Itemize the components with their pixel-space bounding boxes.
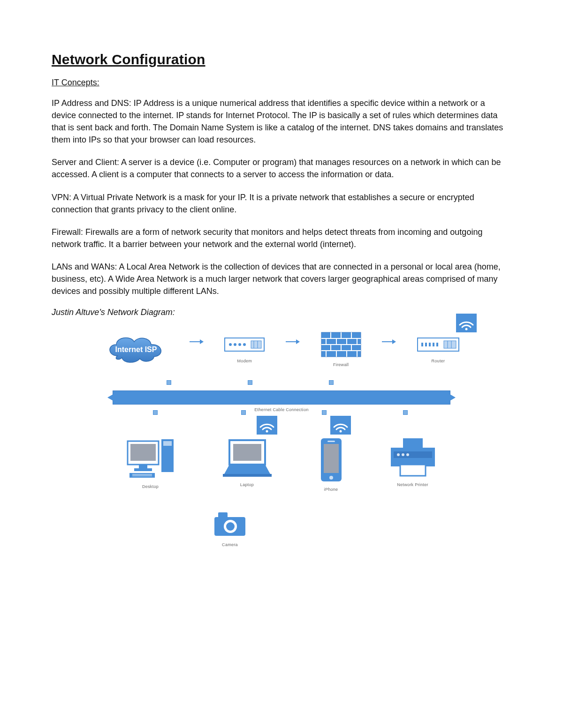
firewall-node: Firewall: [320, 331, 362, 367]
ethernet-bar: Ethernet Cable Connection: [113, 390, 450, 405]
desktop-node: Desktop: [125, 437, 176, 492]
phone-icon: [318, 437, 344, 482]
connector-arrow: [190, 339, 204, 344]
svg-rect-47: [233, 444, 261, 461]
page-title: Network Configuration: [52, 52, 511, 68]
svg-point-60: [406, 453, 409, 456]
laptop-icon: [219, 437, 275, 478]
svg-rect-52: [324, 444, 339, 473]
printer-node: Network Printer: [387, 437, 439, 492]
printer-icon: [387, 437, 439, 478]
svg-marker-48: [224, 465, 271, 475]
svg-rect-29: [425, 343, 427, 346]
svg-point-59: [402, 453, 404, 456]
router-label: Router: [432, 359, 445, 363]
svg-rect-41: [163, 441, 172, 446]
firewall-label: Firewall: [333, 362, 349, 367]
camera-label: Camera: [222, 542, 238, 547]
svg-point-53: [329, 476, 333, 480]
router-icon: [417, 335, 460, 354]
svg-rect-37: [130, 444, 156, 461]
cloud-label: Internet ISP: [115, 345, 157, 353]
svg-point-26: [465, 328, 467, 330]
modem-label: Modem: [237, 359, 252, 363]
section-subhead: IT Concepts:: [52, 78, 511, 88]
svg-rect-31: [433, 343, 434, 346]
camera-node: Camera: [212, 510, 248, 547]
paragraph-vpn: VPN: A Virtual Private Network is a mask…: [52, 191, 511, 216]
connector-arrow: [382, 339, 396, 344]
svg-point-3: [238, 343, 241, 346]
camera-icon: [212, 510, 248, 538]
svg-rect-39: [134, 468, 152, 471]
svg-rect-42: [129, 473, 155, 478]
svg-rect-5: [251, 341, 261, 348]
paragraph-lan-wan: LANs and WANs: A Local Area Network is t…: [52, 261, 511, 297]
desktop-icon: [125, 437, 176, 480]
wifi-icon: [456, 314, 477, 332]
svg-point-2: [234, 343, 236, 346]
svg-rect-38: [139, 465, 147, 468]
cloud-icon: Internet ISP: [103, 333, 169, 365]
svg-rect-63: [218, 512, 228, 518]
modem-icon: [224, 335, 265, 354]
svg-rect-55: [403, 438, 423, 448]
paragraph-ip-dns: IP Address and DNS: IP Address is a uniq…: [52, 97, 511, 146]
svg-point-45: [266, 430, 268, 433]
svg-point-65: [226, 522, 235, 531]
connector-arrow: [286, 339, 300, 344]
svg-rect-32: [436, 343, 438, 346]
iphone-node: iPhone: [318, 437, 344, 492]
printer-label: Network Printer: [397, 482, 428, 487]
svg-rect-28: [421, 343, 423, 346]
svg-point-50: [339, 430, 342, 433]
svg-point-58: [397, 453, 400, 456]
svg-rect-54: [327, 441, 335, 442]
modem-node: Modem: [224, 335, 265, 363]
laptop-label: Laptop: [240, 482, 254, 487]
svg-rect-30: [429, 343, 431, 346]
wifi-icon: [330, 416, 351, 435]
diagram-caption: Justin Altuve's Network Diagram:: [52, 308, 511, 317]
laptop-node: Laptop: [219, 437, 275, 492]
svg-point-4: [243, 343, 246, 346]
ethernet-label: Ethernet Cable Connection: [254, 407, 309, 412]
wifi-icon: [257, 416, 277, 435]
firewall-icon: [320, 331, 362, 358]
router-node: Router: [417, 335, 460, 363]
network-diagram: Internet ISP Modem: [103, 331, 460, 547]
isp-cloud: Internet ISP: [103, 333, 169, 365]
svg-rect-61: [400, 465, 426, 476]
svg-rect-33: [444, 341, 456, 348]
paragraph-server-client: Server and Client: A server is a device …: [52, 156, 511, 180]
paragraph-firewall: Firewall: Firewalls are a form of networ…: [52, 226, 511, 250]
svg-point-1: [229, 343, 232, 346]
svg-rect-49: [223, 474, 272, 477]
iphone-label: iPhone: [324, 487, 338, 492]
desktop-label: Desktop: [142, 484, 159, 489]
